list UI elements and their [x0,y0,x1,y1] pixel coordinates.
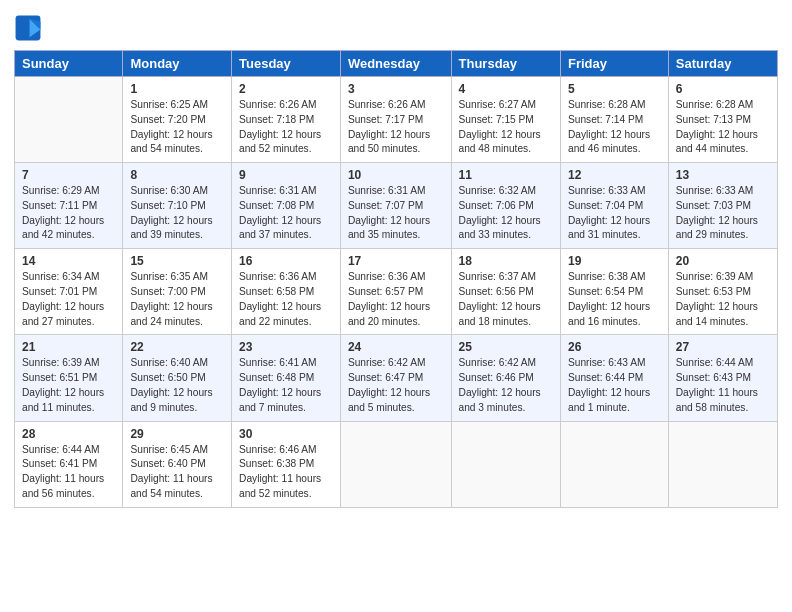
day-number: 16 [239,254,333,268]
weekday-monday: Monday [123,51,232,77]
day-cell: 30Sunrise: 6:46 AM Sunset: 6:38 PM Dayli… [232,421,341,507]
day-cell [15,77,123,163]
day-number: 12 [568,168,661,182]
day-info: Sunrise: 6:44 AM Sunset: 6:43 PM Dayligh… [676,356,770,415]
day-cell: 7Sunrise: 6:29 AM Sunset: 7:11 PM Daylig… [15,163,123,249]
weekday-thursday: Thursday [451,51,560,77]
day-number: 6 [676,82,770,96]
day-cell: 2Sunrise: 6:26 AM Sunset: 7:18 PM Daylig… [232,77,341,163]
day-info: Sunrise: 6:33 AM Sunset: 7:04 PM Dayligh… [568,184,661,243]
day-number: 15 [130,254,224,268]
day-number: 28 [22,427,115,441]
day-number: 23 [239,340,333,354]
week-row-2: 7Sunrise: 6:29 AM Sunset: 7:11 PM Daylig… [15,163,778,249]
day-info: Sunrise: 6:28 AM Sunset: 7:13 PM Dayligh… [676,98,770,157]
day-number: 14 [22,254,115,268]
day-cell: 23Sunrise: 6:41 AM Sunset: 6:48 PM Dayli… [232,335,341,421]
day-number: 3 [348,82,444,96]
day-cell: 15Sunrise: 6:35 AM Sunset: 7:00 PM Dayli… [123,249,232,335]
header [14,10,778,44]
day-info: Sunrise: 6:42 AM Sunset: 6:47 PM Dayligh… [348,356,444,415]
day-cell: 8Sunrise: 6:30 AM Sunset: 7:10 PM Daylig… [123,163,232,249]
day-info: Sunrise: 6:31 AM Sunset: 7:08 PM Dayligh… [239,184,333,243]
day-cell: 5Sunrise: 6:28 AM Sunset: 7:14 PM Daylig… [560,77,668,163]
day-info: Sunrise: 6:46 AM Sunset: 6:38 PM Dayligh… [239,443,333,502]
day-number: 1 [130,82,224,96]
day-number: 30 [239,427,333,441]
day-info: Sunrise: 6:41 AM Sunset: 6:48 PM Dayligh… [239,356,333,415]
day-info: Sunrise: 6:33 AM Sunset: 7:03 PM Dayligh… [676,184,770,243]
weekday-friday: Friday [560,51,668,77]
day-number: 29 [130,427,224,441]
page: SundayMondayTuesdayWednesdayThursdayFrid… [0,0,792,612]
day-cell: 10Sunrise: 6:31 AM Sunset: 7:07 PM Dayli… [340,163,451,249]
day-cell: 6Sunrise: 6:28 AM Sunset: 7:13 PM Daylig… [668,77,777,163]
day-number: 20 [676,254,770,268]
day-info: Sunrise: 6:45 AM Sunset: 6:40 PM Dayligh… [130,443,224,502]
day-cell: 27Sunrise: 6:44 AM Sunset: 6:43 PM Dayli… [668,335,777,421]
day-cell: 11Sunrise: 6:32 AM Sunset: 7:06 PM Dayli… [451,163,560,249]
logo-icon [14,14,42,42]
day-info: Sunrise: 6:38 AM Sunset: 6:54 PM Dayligh… [568,270,661,329]
day-info: Sunrise: 6:36 AM Sunset: 6:57 PM Dayligh… [348,270,444,329]
day-info: Sunrise: 6:40 AM Sunset: 6:50 PM Dayligh… [130,356,224,415]
weekday-header-row: SundayMondayTuesdayWednesdayThursdayFrid… [15,51,778,77]
day-cell: 25Sunrise: 6:42 AM Sunset: 6:46 PM Dayli… [451,335,560,421]
day-cell: 12Sunrise: 6:33 AM Sunset: 7:04 PM Dayli… [560,163,668,249]
day-number: 5 [568,82,661,96]
weekday-tuesday: Tuesday [232,51,341,77]
day-info: Sunrise: 6:26 AM Sunset: 7:17 PM Dayligh… [348,98,444,157]
day-cell [340,421,451,507]
day-cell [560,421,668,507]
day-info: Sunrise: 6:37 AM Sunset: 6:56 PM Dayligh… [459,270,553,329]
day-number: 13 [676,168,770,182]
day-cell: 9Sunrise: 6:31 AM Sunset: 7:08 PM Daylig… [232,163,341,249]
day-info: Sunrise: 6:30 AM Sunset: 7:10 PM Dayligh… [130,184,224,243]
day-cell: 28Sunrise: 6:44 AM Sunset: 6:41 PM Dayli… [15,421,123,507]
day-number: 22 [130,340,224,354]
day-cell: 13Sunrise: 6:33 AM Sunset: 7:03 PM Dayli… [668,163,777,249]
day-info: Sunrise: 6:39 AM Sunset: 6:51 PM Dayligh… [22,356,115,415]
week-row-5: 28Sunrise: 6:44 AM Sunset: 6:41 PM Dayli… [15,421,778,507]
day-number: 26 [568,340,661,354]
day-info: Sunrise: 6:35 AM Sunset: 7:00 PM Dayligh… [130,270,224,329]
day-info: Sunrise: 6:29 AM Sunset: 7:11 PM Dayligh… [22,184,115,243]
day-cell: 29Sunrise: 6:45 AM Sunset: 6:40 PM Dayli… [123,421,232,507]
day-cell: 21Sunrise: 6:39 AM Sunset: 6:51 PM Dayli… [15,335,123,421]
day-number: 7 [22,168,115,182]
day-cell: 3Sunrise: 6:26 AM Sunset: 7:17 PM Daylig… [340,77,451,163]
weekday-sunday: Sunday [15,51,123,77]
day-info: Sunrise: 6:42 AM Sunset: 6:46 PM Dayligh… [459,356,553,415]
day-info: Sunrise: 6:43 AM Sunset: 6:44 PM Dayligh… [568,356,661,415]
day-cell: 14Sunrise: 6:34 AM Sunset: 7:01 PM Dayli… [15,249,123,335]
day-info: Sunrise: 6:34 AM Sunset: 7:01 PM Dayligh… [22,270,115,329]
weekday-wednesday: Wednesday [340,51,451,77]
day-number: 18 [459,254,553,268]
week-row-3: 14Sunrise: 6:34 AM Sunset: 7:01 PM Dayli… [15,249,778,335]
day-info: Sunrise: 6:28 AM Sunset: 7:14 PM Dayligh… [568,98,661,157]
week-row-1: 1Sunrise: 6:25 AM Sunset: 7:20 PM Daylig… [15,77,778,163]
day-number: 4 [459,82,553,96]
day-cell: 20Sunrise: 6:39 AM Sunset: 6:53 PM Dayli… [668,249,777,335]
day-cell: 4Sunrise: 6:27 AM Sunset: 7:15 PM Daylig… [451,77,560,163]
day-number: 9 [239,168,333,182]
day-cell: 16Sunrise: 6:36 AM Sunset: 6:58 PM Dayli… [232,249,341,335]
day-number: 25 [459,340,553,354]
calendar-table: SundayMondayTuesdayWednesdayThursdayFrid… [14,50,778,508]
day-cell: 26Sunrise: 6:43 AM Sunset: 6:44 PM Dayli… [560,335,668,421]
day-number: 17 [348,254,444,268]
day-info: Sunrise: 6:36 AM Sunset: 6:58 PM Dayligh… [239,270,333,329]
day-info: Sunrise: 6:39 AM Sunset: 6:53 PM Dayligh… [676,270,770,329]
day-cell: 19Sunrise: 6:38 AM Sunset: 6:54 PM Dayli… [560,249,668,335]
day-info: Sunrise: 6:32 AM Sunset: 7:06 PM Dayligh… [459,184,553,243]
day-cell: 17Sunrise: 6:36 AM Sunset: 6:57 PM Dayli… [340,249,451,335]
day-number: 2 [239,82,333,96]
day-info: Sunrise: 6:31 AM Sunset: 7:07 PM Dayligh… [348,184,444,243]
day-info: Sunrise: 6:44 AM Sunset: 6:41 PM Dayligh… [22,443,115,502]
logo [14,16,46,44]
day-cell [668,421,777,507]
week-row-4: 21Sunrise: 6:39 AM Sunset: 6:51 PM Dayli… [15,335,778,421]
day-info: Sunrise: 6:25 AM Sunset: 7:20 PM Dayligh… [130,98,224,157]
day-cell: 24Sunrise: 6:42 AM Sunset: 6:47 PM Dayli… [340,335,451,421]
day-number: 27 [676,340,770,354]
